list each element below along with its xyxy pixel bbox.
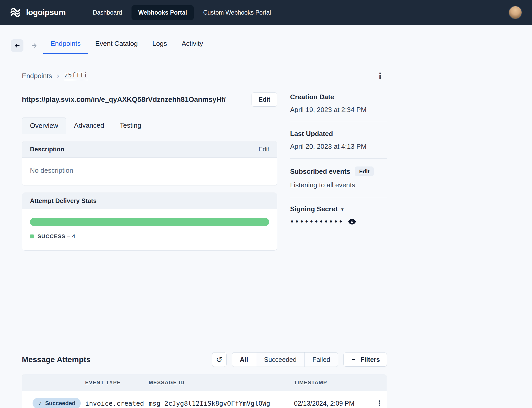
filter-all[interactable]: All	[232, 353, 256, 367]
col-timestamp: TIMESTAMP	[294, 380, 372, 386]
forward-button[interactable]	[30, 39, 38, 52]
attempts-controls: ↺ All Succeeded Failed Filters	[212, 352, 387, 367]
description-card-header: Description Edit	[22, 141, 277, 158]
refresh-button[interactable]: ↺	[212, 352, 227, 367]
subscribed-events-block: Subscribed events Edit Listening to all …	[290, 166, 387, 189]
table-header-row: EVENT TYPE MESSAGE ID TIMESTAMP	[22, 374, 387, 391]
creation-date-value: April 19, 2023 at 2:34 PM	[290, 106, 387, 114]
breadcrumb-endpoint-id[interactable]: z5fTIi	[64, 71, 87, 80]
signing-secret-block: Signing Secret ▾ •••••••••••	[290, 205, 387, 225]
tab-advanced[interactable]: Advanced	[66, 117, 112, 134]
col-message-id: MESSAGE ID	[149, 380, 294, 386]
breadcrumb: Endpoints › z5fTIi	[22, 71, 87, 80]
signing-secret-masked: •••••••••••	[290, 218, 344, 225]
table-row[interactable]: ✓ Succeeded invoice.created msg_2cJyg8l1…	[22, 391, 387, 408]
endpoint-url: https://play.svix.com/in/e_qyAXKQ58rVdzn…	[22, 96, 226, 104]
arrow-right-icon	[31, 42, 37, 49]
message-attempts-title: Message Attempts	[22, 355, 91, 364]
last-updated-block: Last Updated April 20, 2023 at 4:13 PM	[290, 130, 387, 151]
detail-columns: https://play.svix.com/in/e_qyAXKQ58rVdzn…	[22, 92, 387, 251]
breadcrumb-row: Endpoints › z5fTIi ⋮	[22, 71, 387, 81]
back-button[interactable]	[11, 39, 23, 52]
detail-tabs: Overview Advanced Testing	[22, 117, 277, 134]
arrow-left-icon	[14, 42, 21, 49]
tab-event-catalog[interactable]: Event Catalog	[88, 38, 145, 54]
last-updated-label: Last Updated	[290, 130, 387, 138]
description-title: Description	[30, 146, 64, 153]
success-legend: SUCCESS – 4	[30, 233, 269, 239]
description-card: Description Edit No description	[22, 141, 277, 186]
creation-date-label: Creation Date	[290, 93, 387, 101]
success-legend-swatch	[30, 234, 34, 238]
reveal-secret-button[interactable]	[348, 218, 356, 225]
endpoint-sidebar: Creation Date April 19, 2023 at 2:34 PM …	[290, 92, 387, 225]
message-id-cell: msg_2cJyg8l12IiSk8gvOFfYmVglQWg	[149, 400, 294, 407]
filter-icon	[351, 356, 357, 363]
portal-tabs-row: Endpoints Event Catalog Logs Activity	[11, 38, 387, 54]
chevron-right-icon: ›	[57, 72, 59, 80]
logo-wave-icon	[10, 7, 22, 18]
signing-secret-row: •••••••••••	[290, 218, 387, 225]
creation-date-block: Creation Date April 19, 2023 at 2:34 PM	[290, 93, 387, 114]
portal-tabs: Endpoints Event Catalog Logs Activity	[43, 38, 210, 54]
main-nav: Dashboard Webhooks Portal Custom Webhook…	[86, 5, 278, 20]
subscribed-events-label: Subscribed events	[290, 168, 350, 176]
edit-subscribed-events-button[interactable]: Edit	[355, 166, 374, 176]
status-filter-segmented: All Succeeded Failed	[232, 352, 338, 367]
tab-overview[interactable]: Overview	[22, 117, 66, 134]
row-menu-button[interactable]: ⋮	[372, 399, 387, 408]
edit-description-button[interactable]: Edit	[259, 146, 269, 153]
success-bar	[30, 218, 269, 226]
delivery-stats-body: SUCCESS – 4	[22, 209, 277, 250]
nav-webhooks-portal[interactable]: Webhooks Portal	[132, 5, 194, 20]
top-navbar: logoipsum Dashboard Webhooks Portal Cust…	[0, 0, 532, 25]
tab-testing[interactable]: Testing	[112, 117, 149, 134]
nav-custom-webhooks-portal[interactable]: Custom Webhooks Portal	[196, 5, 278, 20]
description-text: No description	[30, 166, 73, 174]
status-cell: ✓ Succeeded	[22, 398, 85, 408]
subscribed-events-value: Listening to all events	[290, 181, 387, 189]
timestamp-cell: 02/13/2024, 2:09 PM	[294, 400, 372, 407]
eye-icon	[348, 218, 356, 225]
delivery-stats-header: Attempt Delivery Stats	[22, 193, 277, 209]
chevron-down-icon: ▾	[341, 206, 344, 212]
description-card-body: No description	[22, 158, 277, 186]
filter-succeeded[interactable]: Succeeded	[256, 353, 304, 367]
endpoint-main-column: https://play.svix.com/in/e_qyAXKQ58rVdzn…	[22, 92, 277, 251]
success-legend-label: SUCCESS – 4	[37, 233, 75, 239]
tab-activity[interactable]: Activity	[174, 38, 210, 54]
divider	[290, 122, 387, 122]
page-content: Endpoints Event Catalog Logs Activity En…	[22, 38, 387, 408]
col-event-type: EVENT TYPE	[85, 380, 149, 386]
tab-endpoints[interactable]: Endpoints	[43, 38, 88, 54]
message-attempts-header: Message Attempts ↺ All Succeeded Failed …	[22, 352, 387, 367]
delivery-stats-card: Attempt Delivery Stats SUCCESS – 4	[22, 193, 277, 251]
subscribed-events-row: Subscribed events Edit	[290, 166, 387, 176]
filters-button[interactable]: Filters	[343, 353, 387, 367]
event-type-cell: invoice.created	[85, 400, 149, 407]
message-attempts-table: EVENT TYPE MESSAGE ID TIMESTAMP ✓ Succee…	[22, 374, 387, 408]
endpoint-url-row: https://play.svix.com/in/e_qyAXKQ58rVdzn…	[22, 92, 277, 107]
avatar[interactable]	[509, 6, 522, 19]
status-badge: ✓ Succeeded	[33, 398, 81, 408]
nav-dashboard[interactable]: Dashboard	[86, 5, 129, 20]
divider	[290, 197, 387, 197]
signing-secret-label: Signing Secret	[290, 205, 337, 213]
signing-secret-toggle[interactable]: Signing Secret ▾	[290, 205, 344, 213]
tab-logs[interactable]: Logs	[145, 38, 174, 54]
edit-url-button[interactable]: Edit	[252, 92, 277, 107]
endpoint-menu-button[interactable]: ⋮	[373, 71, 387, 81]
divider	[290, 158, 387, 159]
check-icon: ✓	[38, 400, 42, 407]
message-attempts-section: Message Attempts ↺ All Succeeded Failed …	[22, 352, 387, 408]
logo-text: logoipsum	[26, 8, 66, 17]
delivery-stats-title: Attempt Delivery Stats	[30, 197, 97, 205]
logo[interactable]: logoipsum	[10, 7, 66, 18]
breadcrumb-endpoints[interactable]: Endpoints	[22, 72, 52, 80]
last-updated-value: April 20, 2023 at 4:13 PM	[290, 143, 387, 151]
filters-button-label: Filters	[360, 356, 380, 363]
status-badge-label: Succeeded	[45, 400, 75, 407]
filter-failed[interactable]: Failed	[304, 353, 338, 367]
